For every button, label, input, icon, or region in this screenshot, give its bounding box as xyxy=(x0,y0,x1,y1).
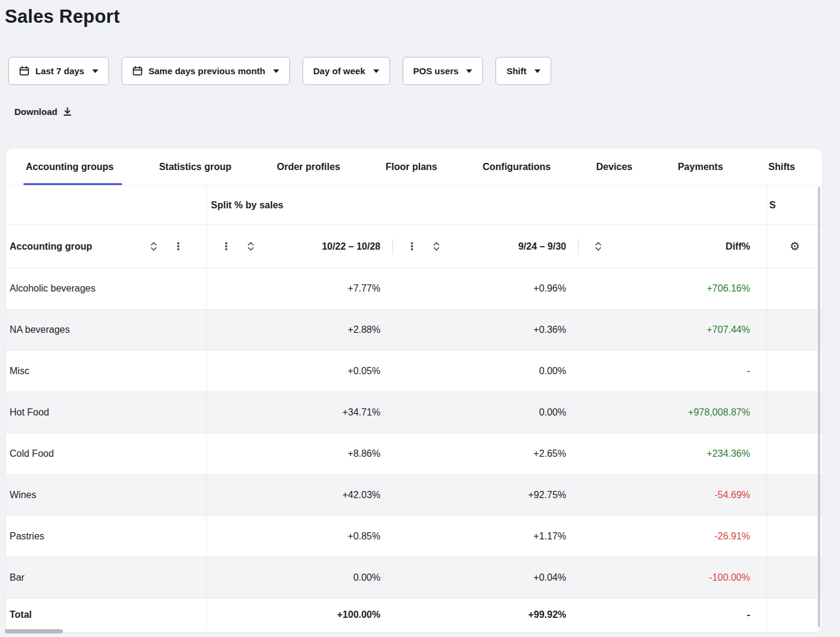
cell-previous-period: +0.36% xyxy=(392,310,578,350)
kebab-menu-icon[interactable]: ⋮ xyxy=(221,241,231,251)
group-header-next-clipped: S xyxy=(767,186,822,225)
cell-diff: - xyxy=(578,351,767,392)
cell-spacer xyxy=(767,392,822,433)
column-header-diff-label[interactable]: Diff% xyxy=(726,241,750,252)
column-header-accounting-group-label[interactable]: Accounting group xyxy=(10,241,92,252)
tab-accounting-groups[interactable]: Accounting groups xyxy=(26,148,114,185)
cell-current-period: +8.86% xyxy=(207,433,392,474)
cell-current-period: +2.88% xyxy=(207,310,392,350)
filter-compare-range[interactable]: Same days previous month xyxy=(122,57,290,85)
table-row: Alcoholic beverages+7.77%+0.96%+706.16% xyxy=(6,268,822,310)
filter-label: POS users xyxy=(413,66,459,76)
cell-previous-period: +0.96% xyxy=(392,268,578,309)
chevron-down-icon xyxy=(373,69,379,73)
filter-label: Last 7 days xyxy=(35,66,84,76)
table-row: Pastries+0.85%+1.17%-26.91% xyxy=(6,516,822,557)
cell-previous-period: 0.00% xyxy=(392,351,578,392)
kebab-menu-icon[interactable]: ⋮ xyxy=(173,241,183,251)
group-header-split-by-sales: Split % by sales xyxy=(207,186,767,225)
tab-order-profiles[interactable]: Order profiles xyxy=(277,148,340,185)
cell-accounting-group: Hot Food xyxy=(6,392,207,433)
tab-floor-plans[interactable]: Floor plans xyxy=(386,148,437,185)
cell-accounting-group: Misc xyxy=(6,351,207,392)
cell-spacer xyxy=(767,351,822,392)
cell-diff: -100.00% xyxy=(578,557,767,598)
cell-accounting-group: NA beverages xyxy=(6,310,207,350)
filter-date-range[interactable]: Last 7 days xyxy=(8,57,109,85)
tab-configurations[interactable]: Configurations xyxy=(482,148,551,185)
cell-spacer xyxy=(767,475,822,515)
chevron-down-icon xyxy=(273,69,279,73)
cell-spacer xyxy=(767,268,822,309)
filter-pos-users[interactable]: POS users xyxy=(403,57,484,85)
gear-icon[interactable]: ⚙ xyxy=(790,239,800,253)
cell-diff: -26.91% xyxy=(578,516,767,557)
page-title: Sales Report xyxy=(5,6,823,28)
table-row: Cold Food+8.86%+2.65%+234.36% xyxy=(6,433,822,475)
download-label: Download xyxy=(14,107,58,117)
calendar-icon xyxy=(19,66,29,76)
horizontal-scrollbar[interactable] xyxy=(5,629,63,633)
chevron-down-icon xyxy=(534,69,540,73)
column-header-accounting-group: Accounting group ⋮ xyxy=(6,225,207,268)
chevron-down-icon xyxy=(466,69,472,73)
tab-statistics-group[interactable]: Statistics group xyxy=(159,148,231,185)
download-icon xyxy=(63,107,72,116)
table-row: NA beverages+2.88%+0.36%+707.44% xyxy=(6,310,822,351)
cell-current-period: +100.00% xyxy=(207,599,392,631)
table-row: Misc+0.05%0.00%- xyxy=(6,351,822,392)
filter-day-of-week[interactable]: Day of week xyxy=(303,57,390,85)
filter-label: Day of week xyxy=(313,66,365,76)
column-header-diff: Diff% xyxy=(578,225,767,268)
cell-accounting-group: Wines xyxy=(6,475,207,515)
cell-spacer xyxy=(767,557,822,598)
cell-previous-period: +0.04% xyxy=(392,557,578,598)
table-total-row: Total+100.00%+99.92%- xyxy=(6,599,822,631)
sort-icon[interactable] xyxy=(247,242,254,251)
tab-bar: Accounting groupsStatistics groupOrder p… xyxy=(6,148,822,186)
cell-current-period: +0.05% xyxy=(207,351,392,392)
cell-diff: - xyxy=(578,599,767,631)
filter-bar: Last 7 daysSame days previous monthDay o… xyxy=(8,57,823,85)
group-header-spacer xyxy=(6,186,207,225)
cell-accounting-group: Pastries xyxy=(6,516,207,557)
cell-spacer xyxy=(767,433,822,474)
cell-current-period: +34.71% xyxy=(207,392,392,433)
sort-icon[interactable] xyxy=(433,242,440,251)
vertical-scrollbar[interactable] xyxy=(818,187,820,627)
cell-accounting-group: Cold Food xyxy=(6,433,207,474)
cell-spacer xyxy=(767,516,822,557)
column-header-current-period: ⋮ 10/22 – 10/28 xyxy=(207,225,392,268)
tab-shifts[interactable]: Shifts xyxy=(769,148,795,185)
filter-shift[interactable]: Shift xyxy=(495,57,551,85)
cell-spacer xyxy=(767,310,822,350)
column-header-previous-period: ⋮ 9/24 – 9/30 xyxy=(392,225,578,268)
sort-icon[interactable] xyxy=(595,242,602,251)
cell-previous-period: +2.65% xyxy=(392,433,578,474)
sales-report-page: Sales Report Last 7 daysSame days previo… xyxy=(0,0,840,637)
filter-label: Shift xyxy=(506,66,526,76)
column-header-previous-period-label[interactable]: 9/24 – 9/30 xyxy=(518,241,566,252)
sort-icon[interactable] xyxy=(150,242,157,251)
cell-current-period: 0.00% xyxy=(207,557,392,598)
cell-accounting-group: Bar xyxy=(6,557,207,598)
table-row: Bar0.00%+0.04%-100.00% xyxy=(6,557,822,599)
chevron-down-icon xyxy=(92,69,98,73)
column-settings-cell: ⚙ xyxy=(767,225,822,268)
cell-previous-period: 0.00% xyxy=(392,392,578,433)
table-group-header-row: Split % by sales S xyxy=(6,186,822,225)
cell-spacer xyxy=(767,599,822,631)
download-button[interactable]: Download xyxy=(14,107,72,117)
cell-current-period: +0.85% xyxy=(207,516,392,557)
cell-diff: +707.44% xyxy=(578,310,767,350)
table-row: Hot Food+34.71%0.00%+978,008.87% xyxy=(6,392,822,433)
cell-diff: +978,008.87% xyxy=(578,392,767,433)
tab-devices[interactable]: Devices xyxy=(596,148,633,185)
kebab-menu-icon[interactable]: ⋮ xyxy=(407,241,417,251)
cell-previous-period: +1.17% xyxy=(392,516,578,557)
column-header-current-period-label[interactable]: 10/22 – 10/28 xyxy=(322,241,380,252)
tab-payments[interactable]: Payments xyxy=(678,148,723,185)
cell-diff: -54.69% xyxy=(578,475,767,515)
table-header-row: Accounting group ⋮ ⋮ 10/22 – 10/28 xyxy=(6,225,822,268)
cell-diff: +706.16% xyxy=(578,268,767,309)
